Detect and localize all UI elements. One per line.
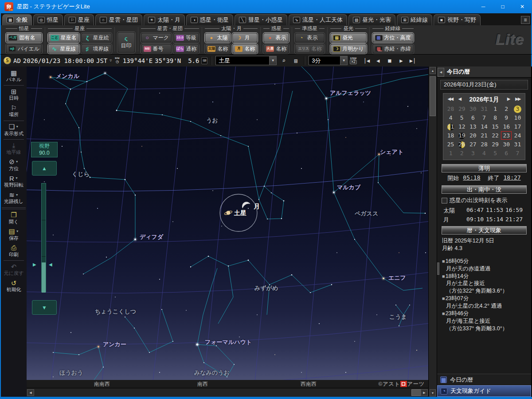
sidebar-item-fov-rotate[interactable]: R▼視野回転 [1,173,27,190]
time-step-dropdown-icon[interactable]: ▼ [340,56,347,65]
calendar-day-7[interactable]: 7 [478,113,489,122]
search-input[interactable]: 土星 [216,57,269,65]
sidebar-item-reset[interactable]: ↺初期化 [1,278,27,294]
calendar-day-30[interactable]: 30 [501,140,512,149]
tab-彗星・小惑星[interactable]: ╲彗星・小惑星 [235,14,287,25]
ribbon-button-方位・高度[interactable]: ⊞方位・高度 [372,33,414,43]
sidebar-item-open[interactable]: ❐開く [1,210,27,227]
calendar-day-7[interactable]: 7 [512,149,523,158]
fov-zoom-out-button[interactable]: ▼ [32,300,57,315]
calendar-day-10[interactable]: 10 [512,113,523,122]
calendar-day-12[interactable]: 12 [456,122,467,131]
fov-slider[interactable] [41,183,46,292]
tab-流星・人工天体[interactable]: ⇘流星・人工天体 [289,14,347,25]
panel-collapse-icon[interactable]: ◀ [438,68,444,77]
tab-星雲・星団[interactable]: ○星雲・星団 [95,14,142,25]
ribbon-button-表示[interactable]: ◔表示 [295,33,325,43]
calendar-day-1[interactable]: 1 [490,105,501,113]
calendar-day-29[interactable]: 29 [490,140,501,149]
playback-go-start-button[interactable]: |◀ [362,56,372,66]
ribbon-button-赤経・赤緯[interactable]: ⊞2000赤経・赤緯 [372,44,414,54]
calendar-next-year-icon[interactable]: ▶▶ [515,97,520,101]
time-step-combo[interactable]: 3分 ▼ [309,56,348,65]
calendar-day-8[interactable]: 8 [490,113,501,122]
calendar-day-2[interactable]: 2 [456,149,467,158]
sidebar-item-print[interactable]: ⎙印刷 [1,243,27,259]
panel-tab-天文現象ガイド[interactable]: ◔天文現象ガイド [437,385,531,397]
calendar-day-31[interactable]: 31 [478,105,489,113]
calendar-day-26[interactable]: 26 [456,140,467,149]
star-chart[interactable]: メンカルうおアルフェラッツシェアトくじらマルカブペガスス土星月ディフダエニフみず… [27,66,428,380]
planet-riseset-checkbox[interactable] [442,198,447,203]
step-x2-icon[interactable]: STEP×2 [350,57,357,64]
calendar-next-month-icon[interactable]: ▶ [507,97,510,101]
tab-太陽・月[interactable]: ☀太陽・月 [144,14,185,25]
sidebar-item-datetime[interactable]: ⊞日時 [1,86,27,103]
calendar-prev-year-icon[interactable]: ◀◀ [448,97,453,101]
calendar-day-4[interactable]: 4 [445,113,456,122]
calendar-day-15[interactable]: 15 [490,122,501,131]
limiting-magnitude-value[interactable]: 5.6 [188,57,199,64]
sidebar-item-location[interactable]: ⚐場所 [1,103,27,119]
calendar-day-23[interactable]: 23 [501,131,512,140]
ribbon-button-昼光[interactable]: ▨昼光 [330,33,367,43]
tab-惑星・衛星[interactable]: ◑惑星・衛星 [186,14,233,25]
ribbon-button-星座線[interactable]: ∿星座線 [48,44,79,54]
calendar-day-19[interactable]: 19 [456,131,467,140]
datetime-value[interactable]: 2026/01/23 18:00:00 [23,57,94,64]
object-label-土星[interactable]: 土星 [234,209,246,217]
longitude-value[interactable]: 139°44'E [123,57,153,64]
ribbon-button-名称[interactable]: 火星名称 [263,44,289,54]
calendar-day-18[interactable]: 18 [445,131,456,140]
tab-経緯線[interactable]: ⊞経緯線 [397,14,432,25]
fov-zoom-in-button[interactable]: ▲ [32,161,57,176]
object-list-icon[interactable]: ▤ [291,56,301,66]
tab-視野・写野[interactable]: ◙視野・写野 [434,14,481,25]
panel-tab-今日の暦[interactable]: ▦今日の暦 [437,374,531,385]
search-dropdown-icon[interactable]: ▼ [269,56,276,65]
playback-play-button[interactable]: ▶ [396,56,406,66]
ribbon-button-太陽[interactable]: ●太陽 [205,33,231,43]
ribbon-button-月明かり[interactable]: ☽月明かり [330,44,367,54]
ribbon-button-固有名[interactable]: ペガ固有名 [6,33,42,43]
sidebar-item-light-trail[interactable]: ≋▼光跡残し [1,190,27,206]
sidebar-item-panel[interactable]: ▦パネル [1,68,27,84]
ribbon-button-通称[interactable]: ばら通称 [173,44,199,54]
calendar-day-6[interactable]: 6 [467,113,478,122]
ribbon-button-マーク[interactable]: ○マーク [141,33,172,43]
calendar-day-13[interactable]: 13 [467,122,478,131]
calendar-day-31[interactable]: 31 [512,140,523,149]
calendar-day-5[interactable]: 5 [490,149,501,158]
ribbon-button-番号[interactable]: M8番号 [141,44,172,54]
calendar-day-3[interactable]: 3 [512,105,523,113]
object-label-月[interactable]: 月 [254,203,260,211]
ribbon-button-等級[interactable]: 10.0等級 [173,33,199,43]
calendar-day-9[interactable]: 9 [501,113,512,122]
scroll-right-icon[interactable]: ▶ [421,389,428,396]
scroll-down-icon[interactable]: ▼ [430,389,436,396]
twilight-start-link[interactable]: 05:18 [463,174,480,182]
playback-step-back-button[interactable]: ◀ [373,56,383,66]
tab-星座[interactable]: ⚐星座 [64,14,94,25]
object-search-combo[interactable]: 土星 ▼ [215,56,277,65]
calendar-day-4[interactable]: 4 [478,149,489,158]
title-bar[interactable]: 卵Lite 星図 - ステラナビゲータLite ─ □ ✕ [0,0,532,13]
search-icon[interactable]: ⌕ [279,56,289,66]
calendar-day-6[interactable]: 6 [501,149,512,158]
ribbon-button-星座名[interactable]: こと星座名 [48,33,79,43]
fov-slider-handle[interactable] [42,262,46,293]
vertical-scrollbar[interactable]: ▲ ▼ [428,66,437,397]
panel-splitter-grip[interactable] [437,262,439,275]
vscroll-thumb[interactable] [430,76,436,116]
ribbon-button-境界線[interactable]: ♯境界線 [81,44,112,54]
calendar-day-29[interactable]: 29 [456,105,467,113]
twilight-end-link[interactable]: 18:27 [504,174,521,182]
calendar-day-22[interactable]: 22 [490,131,501,140]
calendar-day-11[interactable]: 11 [445,122,456,131]
calendar-day-17[interactable]: 17 [512,122,523,131]
tab-昼光・光害[interactable]: ▨昼光・光害 [348,14,395,25]
now-clock-icon[interactable]: NOW◷ [115,57,120,64]
maximize-button[interactable]: □ [493,0,512,13]
playback-go-end-button[interactable]: ▶| [408,56,418,66]
ribbon-button-バイエル[interactable]: αβバイエル [6,44,42,54]
